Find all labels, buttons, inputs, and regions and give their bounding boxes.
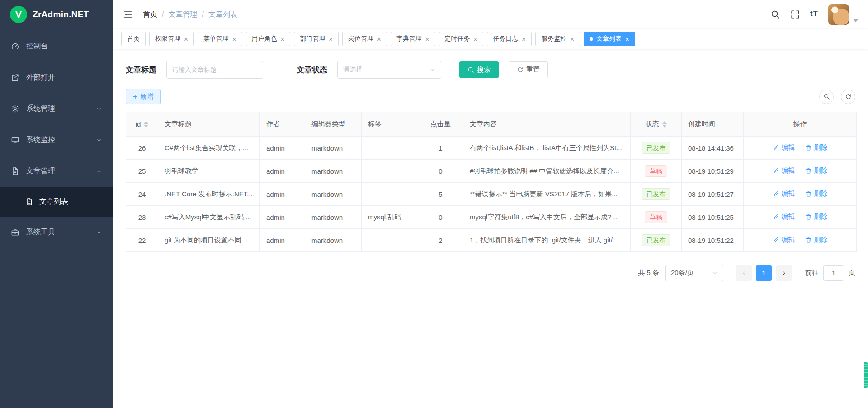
article-status-select[interactable]: 请选择 — [337, 61, 441, 79]
cell-author: admin — [260, 229, 305, 252]
close-icon[interactable]: × — [625, 36, 629, 43]
collapse-sidebar-icon[interactable] — [123, 9, 133, 19]
reset-button[interactable]: 重置 — [509, 61, 548, 78]
sidebar-item-system-tools[interactable]: 系统工具 — [0, 217, 113, 248]
close-icon[interactable]: × — [232, 36, 236, 43]
article-title-label: 文章标题 — [126, 65, 156, 75]
refresh-table-button[interactable] — [841, 90, 855, 104]
cell-clicks: 1 — [418, 137, 463, 160]
close-icon[interactable]: × — [474, 36, 478, 43]
cell-author: admin — [260, 183, 305, 206]
status-badge: 草稿 — [645, 165, 667, 177]
breadcrumb-item[interactable]: 文章管理 — [168, 10, 197, 19]
search-button[interactable]: 搜索 — [459, 61, 499, 78]
tab-6[interactable]: 字典管理× — [391, 32, 435, 46]
sidebar-subitem-article-list[interactable]: 文章列表 — [0, 187, 113, 217]
column-label: id — [136, 120, 141, 128]
edit-button[interactable]: 编辑 — [773, 190, 795, 198]
tab-8[interactable]: 任务日志× — [487, 32, 532, 46]
breadcrumb-item[interactable]: 首页 — [143, 10, 157, 19]
close-icon[interactable]: × — [329, 36, 333, 43]
delete-button[interactable]: 删除 — [805, 190, 828, 198]
cell-content: **错误提示** 当电脑更新 VS2017 版本后，如果... — [463, 183, 631, 206]
close-icon[interactable]: × — [184, 36, 188, 43]
cell-author: admin — [260, 206, 305, 229]
cell-clicks: 0 — [418, 206, 463, 229]
delete-button[interactable]: 删除 — [805, 213, 828, 221]
sort-caret-icon[interactable] — [662, 121, 667, 128]
sidebar-item-dashboard[interactable]: 控制台 — [0, 31, 113, 62]
font-size-icon[interactable]: tT — [810, 9, 818, 19]
close-icon[interactable]: × — [281, 36, 285, 43]
tab-9[interactable]: 服务监控× — [535, 32, 580, 46]
chevron-down-icon — [96, 106, 102, 112]
cell-author: admin — [260, 160, 305, 183]
add-button[interactable]: + 新增 — [126, 89, 161, 104]
cell-ops: 编辑删除 — [744, 183, 857, 206]
fullscreen-icon[interactable] — [790, 9, 800, 19]
status-badge: 已发布 — [642, 234, 670, 247]
app-logo[interactable]: V ZrAdmin.NET — [0, 0, 113, 29]
tab-7[interactable]: 定时任务× — [439, 32, 484, 46]
next-page-button[interactable] — [776, 265, 792, 281]
sidebar-item-system-admin[interactable]: 系统管理 — [0, 93, 113, 124]
cell-created: 08-19 10:51:22 — [682, 229, 744, 252]
menu-item-label: 文章管理 — [26, 166, 55, 176]
scrollbar-thumb[interactable] — [864, 362, 868, 388]
toggle-search-button[interactable] — [819, 90, 834, 104]
article-status-label: 文章状态 — [297, 65, 327, 75]
tab-4[interactable]: 部门管理× — [294, 32, 339, 46]
breadcrumb: 首页/文章管理/文章列表 — [143, 10, 237, 19]
tab-10[interactable]: 文章列表× — [584, 32, 635, 46]
menu-item-label: 外部打开 — [26, 73, 55, 82]
column-header-ops: 操作 — [744, 112, 857, 137]
prev-page-button[interactable] — [736, 265, 752, 281]
tab-label: 岗位管理 — [348, 35, 373, 43]
external-link-icon — [11, 73, 19, 82]
article-title-input[interactable] — [166, 61, 263, 79]
page-number-button[interactable]: 1 — [756, 265, 772, 281]
cell-id: 23 — [126, 206, 158, 229]
delete-button[interactable]: 删除 — [805, 236, 828, 244]
chevron-down-icon[interactable] — [854, 19, 858, 22]
tab-3[interactable]: 用户角色× — [246, 32, 291, 46]
monitor-icon — [11, 136, 19, 144]
tab-1[interactable]: 权限管理× — [149, 32, 194, 46]
close-icon[interactable]: × — [570, 36, 574, 43]
cell-created: 08-18 14:41:36 — [682, 137, 744, 160]
table-row: 23c#写入Mysql中文显示乱码 ...adminmarkdownmysql,… — [126, 206, 857, 229]
sidebar-item-external-open[interactable]: 外部打开 — [0, 62, 113, 93]
column-header-title: 文章标题 — [158, 112, 260, 137]
user-avatar[interactable] — [828, 4, 849, 25]
search-icon — [467, 66, 474, 73]
page-size-select[interactable]: 20条/页 — [665, 265, 723, 281]
goto-page-input[interactable] — [823, 265, 844, 281]
sort-caret-icon[interactable] — [144, 121, 148, 128]
cell-tags — [362, 160, 418, 183]
tab-2[interactable]: 菜单管理× — [198, 32, 242, 46]
sidebar-item-article-admin[interactable]: 文章管理 — [0, 156, 113, 187]
goto-page: 前往 页 — [805, 265, 855, 281]
close-icon[interactable]: × — [425, 36, 429, 43]
cell-created: 08-19 10:51:27 — [682, 183, 744, 206]
edit-button[interactable]: 编辑 — [773, 143, 795, 152]
main-area: 首页/文章管理/文章列表 tT 首页权限管理×菜单管理×用户角色×部门管理×岗位… — [113, 0, 868, 408]
cell-editor: markdown — [305, 160, 362, 183]
cell-content: mysql字符集utf8，c#写入中文后，全部显示成? ... — [463, 206, 631, 229]
close-icon[interactable]: × — [522, 36, 526, 43]
edit-button[interactable]: 编辑 — [773, 213, 795, 221]
delete-button[interactable]: 删除 — [805, 166, 828, 175]
search-icon[interactable] — [770, 9, 780, 19]
close-icon[interactable]: × — [377, 36, 381, 43]
edit-button[interactable]: 编辑 — [773, 166, 795, 175]
delete-button[interactable]: 删除 — [805, 143, 828, 152]
tab-0[interactable]: 首页 — [121, 32, 146, 46]
cell-tags — [362, 229, 418, 252]
column-header-status[interactable]: 状态 — [631, 112, 682, 137]
sidebar-item-system-monitor[interactable]: 系统监控 — [0, 124, 113, 156]
breadcrumb-item[interactable]: 文章列表 — [208, 10, 237, 19]
cell-clicks: 0 — [418, 160, 463, 183]
edit-button[interactable]: 编辑 — [773, 236, 795, 244]
tab-5[interactable]: 岗位管理× — [342, 32, 387, 46]
column-header-id[interactable]: id — [126, 112, 158, 137]
